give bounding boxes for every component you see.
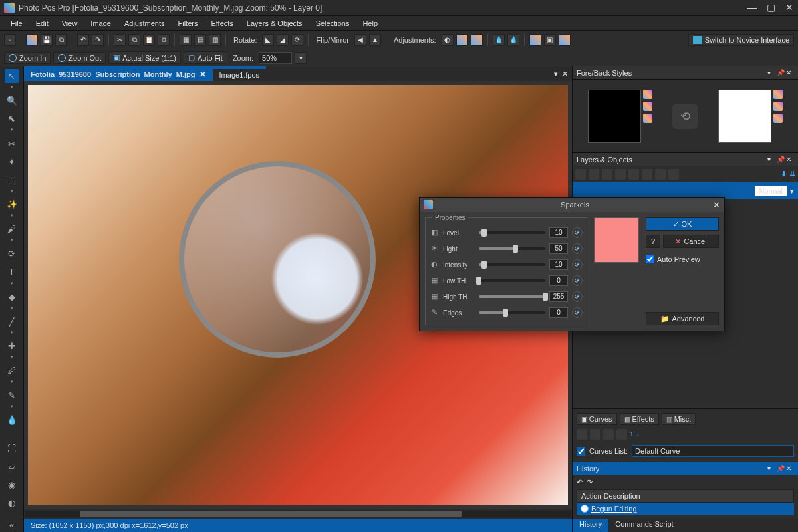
history-redo-icon[interactable]: ↷ [587,478,593,487]
foreground-swatch[interactable] [588,90,641,143]
rotate-free-icon[interactable]: ⟳ [291,34,303,46]
blend-dropdown-icon[interactable]: ▾ [790,187,794,196]
swatch-opt-icon[interactable] [643,90,652,99]
auto-fit-button[interactable]: ▢Auto Fit [184,51,227,64]
layer-btn-icon[interactable] [668,169,679,180]
zoom-tool-icon[interactable]: 🔍 [5,94,19,108]
tab-misc[interactable]: ▥ Misc. [662,413,696,425]
curve-down-icon[interactable]: ↓ [636,429,640,440]
curve-add-icon[interactable] [603,429,614,440]
help-button[interactable]: ? [646,235,660,248]
move-tool-icon[interactable]: ↖ [5,69,19,83]
menu-edit[interactable]: Edit [31,18,54,29]
actual-size-button[interactable]: ▣Actual Size (1:1) [108,51,181,64]
panel-menu-icon[interactable]: ▾ [767,465,775,472]
save-all-icon[interactable]: ⧉ [55,34,67,46]
maximize-button[interactable]: ▢ [766,3,775,13]
layer-btn-icon[interactable] [655,169,666,180]
document-tab-active[interactable]: Fotolia_95319600_Subscription_Monthly_M.… [24,68,213,81]
menu-selections[interactable]: Selections [311,18,355,29]
crop-tool-icon[interactable]: ✂ [5,136,19,150]
menu-filters[interactable]: Filters [172,18,203,29]
tab-effects[interactable]: ▤ Effects [620,413,659,425]
eraser-tool-icon[interactable]: ▱ [5,460,19,473]
prop-slider[interactable] [479,263,545,266]
panel-close-icon[interactable]: ✕ [786,69,794,76]
drop-icon[interactable]: 💧 [493,34,505,46]
swatch-opt-icon[interactable] [773,90,783,99]
zoom-out-button[interactable]: Zoom Out [53,52,106,64]
grid2-icon[interactable]: ▤ [194,34,206,46]
stamp-tool-icon[interactable]: ⛶ [5,442,19,456]
prop-value[interactable]: 0 [549,307,568,318]
prop-value[interactable]: 50 [549,243,568,254]
background-swatch[interactable] [718,90,771,143]
open-icon[interactable] [26,34,38,46]
line-tool-icon[interactable]: ╱ [5,315,19,329]
panel-pin-icon[interactable]: 📌 [777,465,785,472]
panel-menu-icon[interactable]: ▾ [767,69,775,76]
prop-reset-icon[interactable]: ⟳ [572,275,583,286]
tab-history[interactable]: History [573,519,608,532]
fill-tool-icon[interactable]: ◉ [5,477,19,491]
fx3-icon[interactable] [559,34,571,46]
curves-list-field[interactable]: Default Curve [632,445,794,457]
zoom-in-button[interactable]: Zoom In [4,52,51,64]
fx2-icon[interactable]: ▣ [544,34,556,46]
fx1-icon[interactable] [529,34,541,46]
curve-up-icon[interactable]: ↑ [630,429,634,440]
dialog-close-icon[interactable]: ✕ [713,200,720,210]
layer-btn-icon[interactable] [602,169,612,180]
advanced-button[interactable]: 📁 Advanced [646,312,719,325]
adj3-icon[interactable] [471,34,483,46]
prop-slider[interactable] [479,231,545,234]
redo-icon[interactable]: ↷ [92,34,104,46]
path-tool-icon[interactable]: ✦ [5,155,19,169]
layer-btn-icon[interactable] [615,169,626,180]
select-tool-icon[interactable]: ⬉ [5,112,19,126]
menu-adjustments[interactable]: Adjustments [119,18,170,29]
curve-save-icon[interactable] [577,429,587,440]
paste-special-icon[interactable]: ⧉ [158,34,170,46]
panel-close-icon[interactable]: ✕ [786,465,794,472]
layer-btn-icon[interactable] [589,169,599,180]
prop-reset-icon[interactable]: ⟳ [572,291,583,302]
paint-tool-icon[interactable]: 🖊 [5,364,19,378]
menu-file[interactable]: File [5,18,28,29]
layer-down-icon[interactable]: ⬇ [781,170,787,178]
swatch-opt-icon[interactable] [773,102,783,111]
tabs-dropdown-icon[interactable]: ▾ [554,70,558,78]
panel-pin-icon[interactable]: 📌 [777,69,785,76]
prop-value[interactable]: 10 [549,259,568,270]
blend-mode-select[interactable]: Normal [755,186,787,196]
eyedrop-tool-icon[interactable]: 💧 [5,413,19,427]
tab-close-icon[interactable]: ✕ [200,70,206,79]
layer-down2-icon[interactable]: ⇊ [789,170,795,178]
adj1-icon[interactable]: ◐ [442,34,454,46]
swatch-opt-icon[interactable] [643,102,652,111]
swatch-opt-icon[interactable] [643,114,652,123]
panel-close-icon[interactable]: ✕ [786,156,794,163]
menu-help[interactable]: Help [357,18,383,29]
wand-tool-icon[interactable]: ✨ [5,198,19,211]
prop-slider[interactable] [479,279,545,282]
clone-tool-icon[interactable]: ⟳ [5,247,19,261]
auto-preview-checkbox[interactable] [646,255,654,263]
grid3-icon[interactable]: ▥ [209,34,221,46]
history-item[interactable]: Begun Editing [577,503,794,515]
ok-button[interactable]: ✓ OK [646,217,719,231]
flip-v-icon[interactable]: ▲ [369,34,381,46]
minimize-button[interactable]: — [747,3,757,13]
curve-del-icon[interactable] [616,429,627,440]
text-tool-icon[interactable]: T [5,265,19,279]
grid-icon[interactable]: ▦ [180,34,192,46]
zoom-input[interactable] [259,52,292,64]
menu-image[interactable]: Image [85,18,116,29]
layer-btn-icon[interactable] [628,169,639,180]
panel-menu-icon[interactable]: ▾ [767,156,775,163]
curves-list-checkbox[interactable] [577,447,585,456]
swap-colors-button[interactable]: ⟲ [672,104,698,129]
collapse-tool-icon[interactable]: « [5,518,19,532]
prop-slider[interactable] [479,311,545,314]
layer-btn-icon[interactable] [575,169,586,180]
